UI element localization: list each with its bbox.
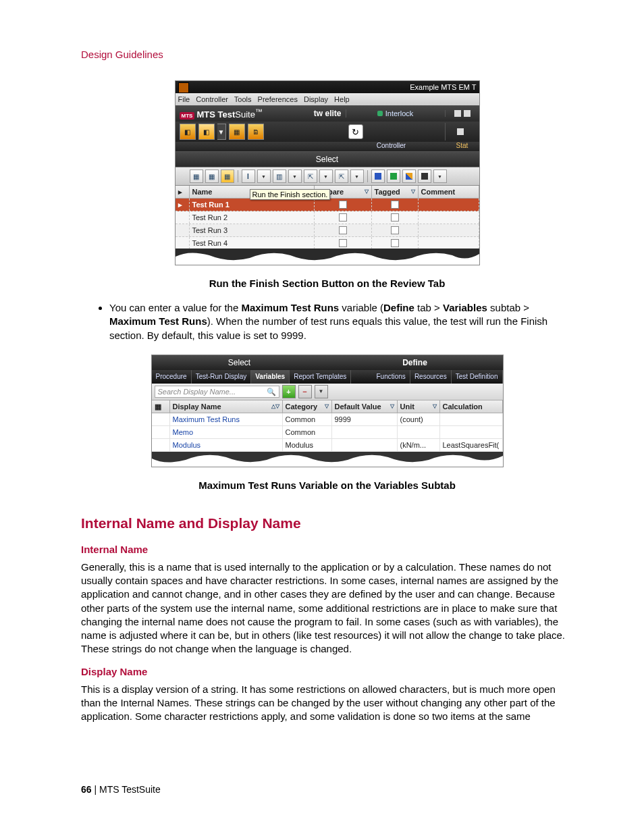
i-icon[interactable]: I: [242, 170, 255, 183]
col-calculation[interactable]: Calculation: [443, 400, 483, 413]
toolbar-button-icon[interactable]: ◧: [180, 124, 196, 140]
table-row[interactable]: ▸ Test Run 1: [176, 199, 479, 211]
col-header-tagged[interactable]: Tagged: [375, 186, 400, 198]
paragraph-internal-name: Generally, this is a name that is used i…: [81, 561, 573, 656]
menu-display[interactable]: Display: [304, 95, 328, 103]
figure-variables-subtab: Select Define Procedure Test-Run Display…: [151, 355, 504, 467]
table-row[interactable]: Test Run 3: [176, 224, 479, 237]
tab-select[interactable]: Select: [152, 355, 327, 370]
column-icon[interactable]: ▥: [273, 170, 286, 183]
sort-filter-icon[interactable]: △▽: [271, 400, 279, 413]
menu-bar[interactable]: File Controller Tools Preferences Displa…: [176, 93, 479, 105]
figure2-caption: Maximum Test Runs Variable on the Variab…: [81, 479, 573, 491]
filter-icon[interactable]: ▽: [325, 400, 329, 413]
table-row[interactable]: Memo Common: [152, 426, 503, 439]
status-box-icon[interactable]: [454, 110, 461, 117]
export-icon[interactable]: ⇱: [304, 170, 317, 183]
subheading-internal-name: Internal Name: [81, 544, 573, 555]
brand-elite: tw elite: [314, 109, 342, 118]
checkbox[interactable]: [339, 213, 347, 221]
checkbox[interactable]: [339, 239, 347, 247]
search-toolbar: Search Display Name... 🔍 + − ▼: [152, 384, 503, 400]
grid-icon[interactable]: ▦: [190, 170, 203, 183]
subtab-report-templates[interactable]: Report Templates: [290, 370, 351, 384]
checkbox[interactable]: [391, 239, 399, 247]
controller-reset-icon[interactable]: ↻: [348, 124, 363, 139]
col-header-name[interactable]: Name: [192, 186, 213, 198]
filter-icon[interactable]: ▽: [365, 186, 369, 198]
export-icon[interactable]: ⇱: [335, 170, 348, 183]
brand-row: MTS MTS TestSuite™ tw elite Interlock: [176, 105, 479, 122]
select-toolbar: ▦ ▦ ▦ I ▥ ⇱ ⇱: [176, 167, 479, 186]
toolbar-dropdown-icon[interactable]: ▼: [217, 124, 226, 140]
delete-button[interactable]: −: [298, 385, 312, 398]
add-button[interactable]: +: [282, 385, 296, 398]
filter-icon[interactable]: ▽: [433, 400, 437, 413]
menu-help[interactable]: Help: [334, 95, 350, 103]
sub-tab-bar: Procedure Test-Run Display Variables Rep…: [152, 370, 503, 384]
app-icon: [178, 82, 189, 93]
table-row[interactable]: Maximum Test Runs Common 9999 (count): [152, 413, 503, 426]
col-category[interactable]: Category: [286, 400, 318, 413]
checkbox[interactable]: [391, 213, 399, 221]
grid-icon[interactable]: ▦: [205, 170, 219, 183]
checkbox[interactable]: [339, 201, 347, 209]
color-swatch[interactable]: [387, 170, 400, 183]
chevron-down-icon[interactable]: [433, 170, 447, 183]
filter-icon[interactable]: ▽: [411, 186, 415, 198]
col-header-comment[interactable]: Comment: [421, 186, 456, 198]
chevron-down-icon[interactable]: [350, 170, 364, 183]
dropdown-button[interactable]: ▼: [315, 385, 328, 398]
toolbar-button-icon[interactable]: ▦: [229, 124, 245, 140]
status-label: Stat: [446, 142, 479, 151]
color-swatch[interactable]: [418, 170, 431, 183]
menu-preferences[interactable]: Preferences: [258, 95, 298, 103]
brand-name: MTS TestSuite™: [196, 109, 262, 120]
subtab-test-definition[interactable]: Test Definition: [452, 370, 503, 384]
status-box-icon[interactable]: [464, 110, 471, 117]
subtab-resources[interactable]: Resources: [410, 370, 452, 384]
subtab-functions[interactable]: Functions: [373, 370, 410, 384]
color-swatch[interactable]: [402, 170, 416, 183]
col-display-name[interactable]: Display Name: [173, 400, 221, 413]
variables-table-header: ▦ Display Name△▽ Category▽ Default Value…: [152, 400, 503, 413]
subtab-procedure[interactable]: Procedure: [152, 370, 192, 384]
table-row[interactable]: Test Run 2: [176, 211, 479, 224]
color-swatch[interactable]: [371, 170, 385, 183]
filter-icon[interactable]: ▽: [390, 400, 394, 413]
status-box-icon[interactable]: [457, 128, 464, 135]
tooltip: Run the Finish section.: [250, 189, 331, 200]
toolbar-button-icon[interactable]: 🗎: [248, 124, 264, 140]
paragraph-display-name: This is a display version of a string. I…: [81, 683, 573, 724]
col-default-value[interactable]: Default Value: [335, 400, 381, 413]
chevron-down-icon[interactable]: [257, 170, 271, 183]
search-input[interactable]: Search Display Name... 🔍: [155, 386, 279, 398]
menu-file[interactable]: File: [178, 95, 190, 103]
toolbar-button-icon[interactable]: ◧: [198, 124, 215, 140]
subtab-test-run-display[interactable]: Test-Run Display: [192, 370, 252, 384]
window-titlebar: Example MTS EM T: [176, 81, 479, 93]
table-row[interactable]: Modulus Modulus (kN/m... LeastSquaresFit…: [152, 439, 503, 452]
label-row: Controller Stat: [176, 142, 479, 151]
menu-tools[interactable]: Tools: [234, 95, 252, 103]
figure-review-tab: Example MTS EM T File Controller Tools P…: [175, 80, 480, 265]
checkbox[interactable]: [391, 226, 399, 234]
col-unit[interactable]: Unit: [400, 400, 414, 413]
bullet-item: You can enter a value for the Maximum Te…: [109, 301, 573, 342]
figure1-caption: Run the Finish Section Button on the Rev…: [81, 278, 573, 289]
row-handle-header: ▸: [176, 186, 190, 198]
subtab-variables[interactable]: Variables: [251, 370, 290, 384]
tab-select[interactable]: Select: [176, 151, 479, 167]
chevron-down-icon[interactable]: [319, 170, 333, 183]
menu-controller[interactable]: Controller: [196, 95, 228, 103]
checkbox[interactable]: [391, 201, 399, 209]
page-header: Design Guidelines: [81, 49, 573, 60]
tab-define[interactable]: Define: [327, 355, 503, 370]
search-icon[interactable]: 🔍: [267, 386, 276, 397]
interlock-indicator[interactable]: Interlock: [346, 109, 445, 118]
torn-edge: [176, 249, 479, 265]
chevron-down-icon[interactable]: [288, 170, 302, 183]
run-finish-section-button[interactable]: ▦: [221, 170, 234, 183]
row-icon-header: ▦: [152, 400, 170, 413]
checkbox[interactable]: [339, 226, 347, 234]
